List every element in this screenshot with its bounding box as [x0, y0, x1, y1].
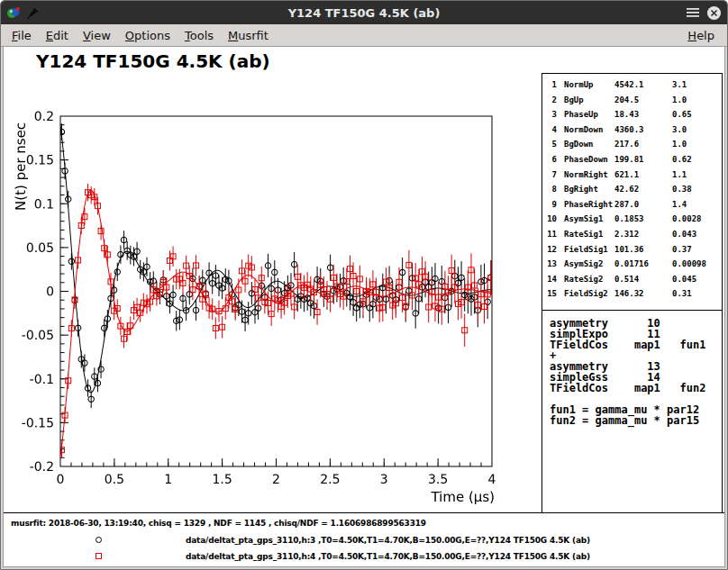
param-idx: 7: [546, 170, 557, 179]
musr-asymmetry-plot[interactable]: [4, 76, 540, 510]
param-error: 1.0: [672, 140, 687, 149]
menu-help[interactable]: Help: [680, 26, 722, 45]
musrfit-window: Y124 TF150G 4.5K (ab) FileEditViewOption…: [0, 0, 728, 570]
param-error: 1.4: [672, 200, 687, 209]
param-name: PhaseDown: [564, 155, 614, 164]
param-row: 10AsymSig10.18530.0028: [542, 214, 722, 230]
param-idx: 1: [546, 80, 557, 89]
pin-icon[interactable]: [26, 6, 40, 20]
param-name: RateSig2: [564, 275, 614, 284]
theory-line: fun2 = gamma_mu * par15: [550, 415, 722, 426]
open-circle-marker-icon: [96, 537, 102, 543]
param-value: 4542.1: [614, 80, 672, 89]
param-idx: 2: [546, 95, 557, 104]
param-idx: 13: [546, 259, 557, 268]
param-idx: 12: [546, 245, 557, 254]
param-row: 14RateSig20.5140.045: [542, 275, 722, 290]
param-idx: 5: [546, 140, 557, 149]
param-error: 3.1: [672, 80, 687, 89]
param-idx: 8: [546, 185, 557, 194]
app-icon[interactable]: [6, 5, 21, 20]
param-row: 2BgUp204.51.0: [542, 95, 722, 111]
plot-legend: data/deltat_pta_gps_3110,h:3 ,T0=4.50K,T…: [4, 533, 724, 565]
param-row: 12FieldSig1101.360.37: [542, 245, 722, 260]
param-value: 287.0: [614, 200, 672, 209]
param-error: 3.0: [672, 125, 687, 134]
menu-edit[interactable]: Edit: [39, 26, 76, 45]
menubar: FileEditViewOptionsToolsMusrfit Help: [1, 24, 727, 47]
menu-view[interactable]: View: [76, 26, 118, 45]
param-error: 0.31: [672, 289, 692, 298]
param-row: 13AsymSig20.017160.00098: [542, 259, 722, 275]
param-name: BgRight: [564, 185, 614, 194]
param-idx: 4: [546, 125, 557, 134]
window-title: Y124 TF150G 4.5K (ab): [1, 6, 727, 20]
menu-options[interactable]: Options: [118, 26, 177, 45]
param-value: 18.43: [614, 110, 672, 119]
param-row: 9PhaseRight287.01.4: [542, 200, 722, 215]
param-error: 1.0: [672, 95, 687, 104]
param-error: 0.65: [672, 110, 692, 119]
param-row: 1NormUp4542.13.1: [542, 80, 722, 95]
param-name: BgDown: [564, 140, 614, 149]
legend-row: data/deltat_pta_gps_3110,h:3 ,T0=4.50K,T…: [4, 533, 724, 549]
menu-tools[interactable]: Tools: [177, 26, 221, 45]
param-row: 6PhaseDown199.810.62: [542, 155, 722, 170]
param-name: FieldSig2: [564, 289, 614, 298]
legend-row: data/deltat_pta_gps_3110,h:4 ,T0=4.50K,T…: [4, 549, 724, 565]
param-idx: 3: [546, 110, 557, 119]
menu-file[interactable]: File: [5, 26, 39, 45]
param-value: 4360.3: [614, 125, 672, 134]
param-value: 621.1: [614, 170, 672, 179]
theory-line: TFieldCos map1 fun1: [550, 339, 722, 350]
param-row: 4NormDown4360.33.0: [542, 125, 722, 140]
fit-parameters-panel: 1NormUp4542.13.12BgUp204.51.03PhaseUp18.…: [541, 73, 723, 311]
param-row: 11RateSig12.3120.043: [542, 230, 722, 245]
param-row: 8BgRight42.620.38: [542, 185, 722, 200]
param-value: 204.5: [614, 95, 672, 104]
menubar-right: Help: [680, 26, 727, 45]
param-name: NormRight: [564, 170, 614, 179]
param-name: PhaseRight: [564, 200, 614, 209]
param-value: 146.32: [614, 289, 672, 298]
param-error: 0.045: [672, 275, 696, 284]
param-row: 3PhaseUp18.430.65: [542, 110, 722, 125]
param-error: 0.0028: [672, 214, 702, 223]
param-row: 15FieldSig2146.320.31: [542, 289, 722, 304]
theory-function-panel: asymmetry 10simplExpo 11TFieldCos map1 f…: [541, 310, 723, 513]
open-square-marker-icon: [96, 553, 102, 559]
legend-text: data/deltat_pta_gps_3110,h:4 ,T0=4.50K,T…: [186, 552, 590, 561]
menu-musrfit[interactable]: Musrfit: [221, 26, 276, 45]
window-menu-icon[interactable]: [687, 7, 699, 18]
param-name: NormDown: [564, 125, 614, 134]
param-value: 0.514: [614, 275, 672, 284]
footer: musrfit: 2018-06-30, 13:19:40, chisq = 1…: [4, 512, 724, 566]
theory-line: TFieldCos map1 fun2: [550, 383, 722, 394]
param-value: 42.62: [614, 185, 672, 194]
param-idx: 10: [546, 214, 557, 223]
param-name: NormUp: [564, 80, 614, 89]
fit-status-line: musrfit: 2018-06-30, 13:19:40, chisq = 1…: [11, 519, 724, 528]
titlebar-right: [687, 1, 722, 24]
param-error: 0.62: [672, 155, 692, 164]
param-name: AsymSig1: [564, 214, 614, 223]
titlebar[interactable]: Y124 TF150G 4.5K (ab): [1, 1, 727, 24]
param-error: 0.37: [672, 245, 692, 254]
param-value: 101.36: [614, 245, 672, 254]
param-value: 0.1853: [614, 214, 672, 223]
param-value: 217.6: [614, 140, 672, 149]
param-value: 0.01716: [614, 259, 672, 268]
param-name: AsymSig2: [564, 259, 614, 268]
close-icon[interactable]: [706, 5, 722, 21]
param-idx: 15: [546, 289, 557, 298]
param-row: 5BgDown217.61.0: [542, 140, 722, 155]
menubar-left: FileEditViewOptionsToolsMusrfit: [1, 26, 276, 45]
param-name: BgUp: [564, 95, 614, 104]
param-idx: 11: [546, 230, 557, 239]
param-idx: 14: [546, 275, 557, 284]
titlebar-left: [6, 1, 40, 24]
param-row: 7NormRight621.11.1: [542, 170, 722, 185]
param-value: 199.81: [614, 155, 672, 164]
legend-text: data/deltat_pta_gps_3110,h:3 ,T0=4.50K,T…: [186, 536, 590, 545]
param-error: 0.00098: [672, 259, 706, 268]
